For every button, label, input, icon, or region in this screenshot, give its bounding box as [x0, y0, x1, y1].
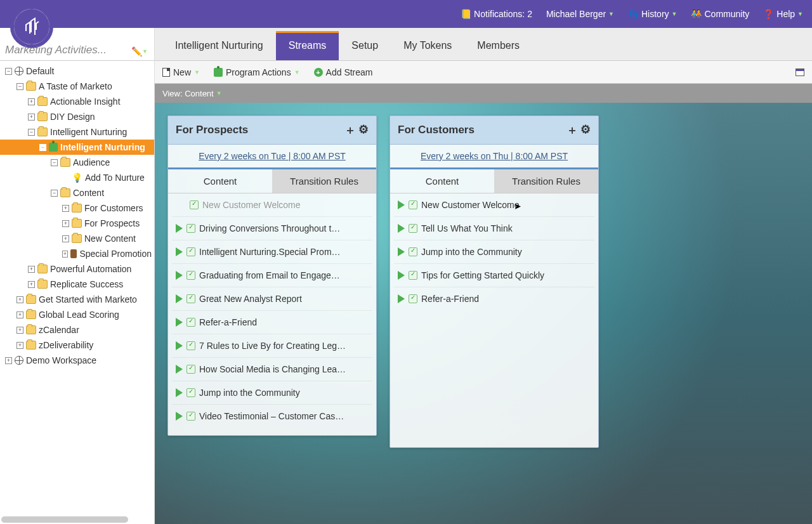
expand-icon[interactable]: + — [16, 342, 23, 349]
tree-diy[interactable]: + DIY Design — [0, 109, 154, 124]
tree-replicate[interactable]: + Replicate Success — [0, 277, 154, 292]
tree-zcal[interactable]: + zCalendar — [0, 322, 154, 337]
stream-schedule[interactable]: Every 2 weeks on Tue | 8:00 AM PST — [168, 145, 376, 167]
list-item[interactable]: 7 Rules to Live By for Creating Leg… — [172, 334, 372, 357]
history-menu[interactable]: 👣 History ▼ — [628, 9, 677, 19]
collapse-icon[interactable]: − — [51, 159, 58, 166]
scrollbar-horizontal[interactable] — [1, 516, 128, 523]
list-item[interactable]: Jump into the Community — [394, 240, 594, 263]
expand-icon[interactable]: + — [28, 114, 35, 121]
play-icon — [176, 318, 183, 327]
stream-schedule[interactable]: Every 2 weeks on Thu | 8:00 AM PST — [390, 145, 598, 167]
collapse-icon[interactable]: − — [28, 129, 35, 136]
stream-tab-rules[interactable]: Transition Rules — [494, 169, 598, 193]
stream-for-customers: For Customers ＋ ⚙ Every 2 weeks on Thu |… — [390, 115, 599, 448]
stream-tab-rules[interactable]: Transition Rules — [272, 169, 376, 193]
item-label: Video Testimonial – Customer Cas… — [199, 411, 344, 421]
tree-label: Special Promotion — [79, 249, 152, 259]
list-item[interactable]: Tips for Getting Started Quickly — [394, 263, 594, 287]
filter-icon[interactable]: ✏️▼ — [131, 46, 148, 56]
notifications-menu[interactable]: 📒 Notifications: 2 — [461, 9, 532, 19]
tree-getstarted[interactable]: + Get Started with Marketo — [0, 292, 154, 307]
tree-default[interactable]: − Default — [0, 63, 154, 79]
tree-label: zDeliverability — [39, 340, 93, 350]
view-bar[interactable]: View: Content ▼ — [155, 84, 812, 103]
list-item[interactable]: Jump into the Community — [172, 381, 372, 404]
list-item[interactable]: New Customer Welcome — [172, 193, 372, 216]
tree-add-to-nurture[interactable]: 💡 Add To Nurture — [0, 170, 154, 185]
tree-globallead[interactable]: + Global Lead Scoring — [0, 307, 154, 322]
new-button[interactable]: New ▼ — [162, 67, 200, 77]
collapse-icon[interactable]: − — [39, 144, 46, 151]
expand-icon[interactable]: + — [16, 296, 23, 303]
item-label: Driving Conversions Throughout t… — [199, 223, 340, 233]
list-item[interactable]: Refer-a-Friend — [394, 287, 594, 310]
tree-demo[interactable]: + Demo Workspace — [0, 353, 154, 368]
tree-powerful[interactable]: + Powerful Automation — [0, 261, 154, 277]
gear-icon[interactable]: ⚙ — [358, 122, 369, 138]
list-item[interactable]: New Customer Welcome — [394, 193, 594, 216]
help-menu[interactable]: ❓ Help ▼ — [763, 9, 803, 19]
tree-special-promo[interactable]: + Special Promotion — [0, 246, 154, 261]
gear-icon[interactable]: ⚙ — [580, 122, 591, 138]
expand-icon[interactable]: + — [62, 205, 69, 212]
expand-icon[interactable]: + — [16, 327, 23, 334]
tree-taste[interactable]: − A Taste of Marketo — [0, 79, 154, 94]
list-item[interactable]: Refer-a-Friend — [172, 310, 372, 334]
expand-icon[interactable]: + — [62, 220, 69, 227]
tree-intnurt-folder[interactable]: − Intelligent Nurturing — [0, 124, 154, 140]
list-item[interactable]: Driving Conversions Throughout t… — [172, 216, 372, 240]
expand-icon[interactable]: + — [28, 266, 35, 273]
tree-intnurt-program[interactable]: − Intelligent Nurturing — [0, 140, 154, 155]
item-label: Refer-a-Friend — [421, 294, 479, 304]
sidebar-header: Marketing Activities... ✏️▼ — [0, 28, 154, 61]
schedule-link[interactable]: Every 2 weeks on Tue | 8:00 AM PST — [199, 151, 346, 161]
folder-icon — [37, 280, 48, 289]
item-label: Jump into the Community — [421, 247, 522, 257]
sidebar-title: Marketing Activities... — [5, 44, 107, 56]
tree-new-content[interactable]: + New Content — [0, 231, 154, 246]
list-item[interactable]: Tell Us What You Think — [394, 216, 594, 240]
list-item[interactable]: How Social Media is Changing Lea… — [172, 357, 372, 381]
tab-members[interactable]: Members — [464, 31, 532, 60]
tree-zdev[interactable]: + zDeliverability — [0, 337, 154, 353]
new-icon — [162, 68, 170, 77]
list-item[interactable]: Video Testimonial – Customer Cas… — [172, 404, 372, 428]
schedule-link[interactable]: Every 2 weeks on Thu | 8:00 AM PST — [421, 151, 568, 161]
globe-icon — [15, 67, 23, 75]
tab-setup[interactable]: Setup — [339, 31, 391, 60]
tab-streams[interactable]: Streams — [276, 31, 339, 60]
tree-for-customers[interactable]: + For Customers — [0, 200, 154, 216]
stream-tab-content[interactable]: Content — [168, 169, 272, 193]
folder-icon — [26, 82, 36, 91]
list-item[interactable]: Graduating from Email to Engage… — [172, 263, 372, 287]
stream-tab-content[interactable]: Content — [390, 169, 494, 193]
list-item[interactable]: Intelligent Nurturing.Special Prom… — [172, 240, 372, 263]
collapse-icon[interactable]: − — [5, 68, 12, 75]
tab-my-tokens[interactable]: My Tokens — [391, 31, 464, 60]
play-icon — [398, 224, 405, 233]
tree-content[interactable]: − Content — [0, 185, 154, 200]
window-toggle[interactable] — [796, 69, 804, 76]
tree-actionable[interactable]: + Actionable Insight — [0, 94, 154, 109]
expand-icon[interactable]: + — [28, 281, 35, 288]
add-stream-button[interactable]: + Add Stream — [314, 67, 373, 77]
add-content-icon[interactable]: ＋ — [344, 122, 356, 138]
tree-for-prospects[interactable]: + For Prospects — [0, 216, 154, 231]
expand-icon[interactable]: + — [16, 311, 23, 318]
tab-intelligent-nurturing[interactable]: Intelligent Nurturing — [162, 31, 276, 60]
user-menu[interactable]: Michael Berger ▼ — [546, 9, 614, 19]
list-item[interactable]: Great New Analyst Report — [172, 287, 372, 310]
add-content-icon[interactable]: ＋ — [566, 122, 578, 138]
expand-icon[interactable]: + — [62, 235, 69, 242]
program-actions-button[interactable]: Program Actions ▼ — [214, 67, 300, 77]
item-label: 7 Rules to Live By for Creating Leg… — [199, 341, 346, 351]
view-label: View: Content — [162, 89, 214, 98]
collapse-icon[interactable]: − — [16, 83, 23, 90]
expand-icon[interactable]: + — [28, 98, 35, 105]
expand-icon[interactable]: + — [5, 357, 12, 364]
tree-audience[interactable]: − Audience — [0, 155, 154, 170]
collapse-icon[interactable]: − — [51, 190, 58, 197]
community-menu[interactable]: 🧑‍🤝‍🧑 Community — [691, 9, 749, 19]
expand-icon[interactable]: + — [62, 251, 68, 258]
